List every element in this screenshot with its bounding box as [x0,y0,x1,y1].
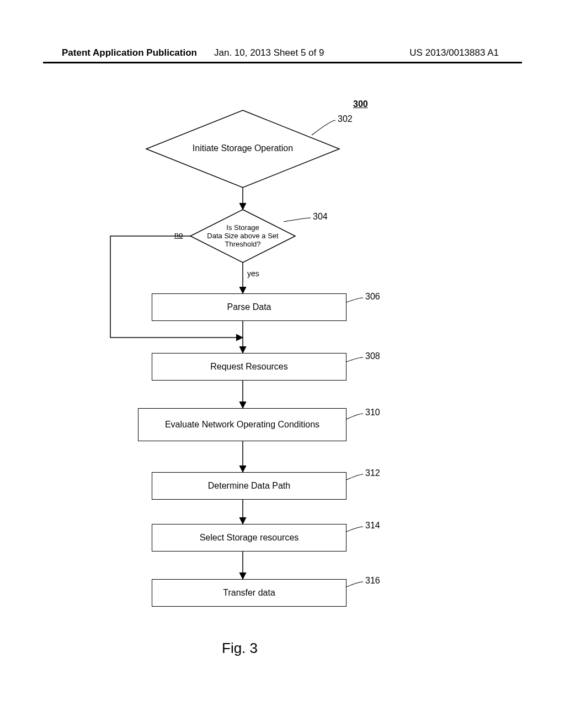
node-310: Evaluate Network Operating Conditions [138,408,347,441]
node-314-label: Select Storage resources [200,533,299,543]
leader-314 [347,527,363,532]
figure-label: Fig. 3 [222,640,258,657]
leader-312 [347,474,363,480]
ref-302: 302 [338,114,353,124]
node-312: Determine Data Path [152,472,347,500]
page: Patent Application Publication Jan. 10, … [0,0,565,728]
ref-308: 308 [365,351,380,361]
leader-316 [347,582,363,587]
node-302-label: Initiate Storage Operation [177,143,309,153]
edge-label-no: no [174,231,183,239]
leader-304 [284,218,311,222]
ref-316: 316 [365,576,380,586]
node-304-label: Is Storage Data Size above a Set Thresho… [204,224,281,249]
node-312-label: Determine Data Path [208,481,290,491]
leader-306 [347,298,363,302]
node-316-label: Transfer data [223,588,275,598]
ref-314: 314 [365,521,380,531]
leader-302 [312,120,335,135]
leader-308 [347,357,363,362]
node-308-label: Request Resources [210,362,288,372]
node-308: Request Resources [152,353,347,381]
node-306-label: Parse Data [227,302,271,312]
edge-label-yes: yes [247,269,259,278]
node-310-label: Evaluate Network Operating Conditions [165,420,319,430]
leader-310 [347,414,363,419]
ref-304: 304 [313,212,328,222]
ref-312: 312 [365,468,380,478]
node-314: Select Storage resources [152,524,347,552]
ref-310: 310 [365,408,380,417]
node-306: Parse Data [152,293,347,321]
node-316: Transfer data [152,579,347,607]
ref-306: 306 [365,292,380,302]
